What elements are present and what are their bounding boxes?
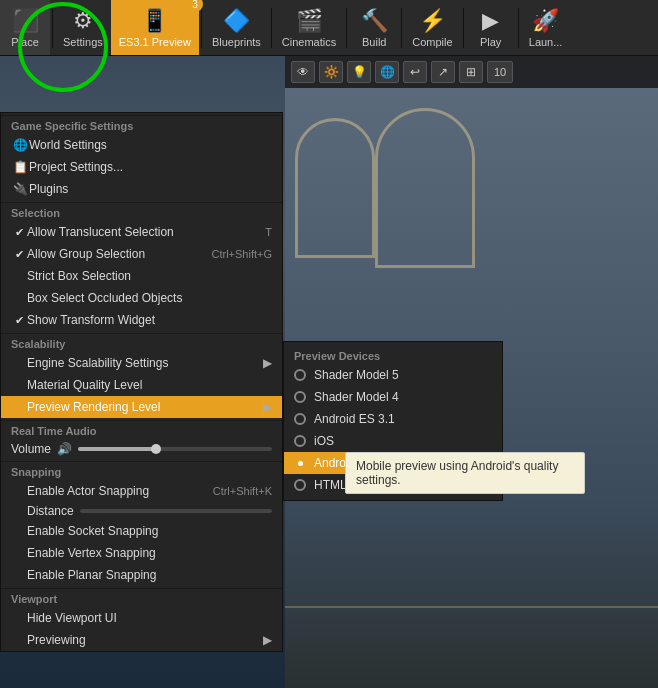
translucent-selection-check: ✔ <box>11 226 27 239</box>
menu-item-box-select-occluded[interactable]: Box Select Occluded Objects <box>1 287 282 309</box>
distance-label: Distance <box>27 504 74 518</box>
material-quality-label: Material Quality Level <box>27 378 272 392</box>
plugins-icon: 🔌 <box>11 182 29 196</box>
toolbar-btn-settings[interactable]: ⚙ Settings <box>55 0 111 55</box>
show-transform-check: ✔ <box>11 314 27 327</box>
planar-snapping-label: Enable Planar Snapping <box>27 568 272 582</box>
distance-row: Distance <box>1 502 282 520</box>
world-settings-icon: 🌐 <box>11 138 29 152</box>
radio-shader4 <box>294 391 306 403</box>
distance-slider[interactable] <box>80 509 272 513</box>
toolbar-separator-5 <box>401 8 402 48</box>
menu-item-planar-snapping[interactable]: Enable Planar Snapping <box>1 564 282 586</box>
project-settings-icon: 📋 <box>11 160 29 174</box>
previewing-arrow: ▶ <box>263 633 272 647</box>
hide-viewport-label: Hide Viewport UI <box>27 611 272 625</box>
build-icon: 🔨 <box>361 8 388 34</box>
main-area: 👁 🔆 💡 🌐 ↩ ↗ ⊞ 10 Game Specific Settings … <box>0 56 658 688</box>
volume-slider-fill <box>78 447 156 451</box>
menu-item-strict-box[interactable]: Strict Box Selection <box>1 265 282 287</box>
preview-devices-title: Preview Devices <box>284 346 502 364</box>
toolbar-btn-build[interactable]: 🔨 Build <box>349 0 399 55</box>
vp-btn-redo[interactable]: ↗ <box>431 61 455 83</box>
plugins-label: Plugins <box>29 182 272 196</box>
toolbar-label-place: Place <box>11 36 39 48</box>
play-icon: ▶ <box>482 8 499 34</box>
cinematics-icon: 🎬 <box>296 8 323 34</box>
project-settings-label: Project Settings... <box>29 160 272 174</box>
menu-item-actor-snapping[interactable]: Enable Actor Snapping Ctrl+Shift+K <box>1 480 282 502</box>
floor-line <box>285 606 658 608</box>
preview-rendering-label: Preview Rendering Level <box>27 400 263 414</box>
viewport-label: Viewport <box>1 588 282 607</box>
settings-dropdown: Game Specific Settings 🌐 World Settings … <box>0 112 283 652</box>
group-selection-label: Allow Group Selection <box>27 247 211 261</box>
scalability-label: Scalability <box>1 333 282 352</box>
engine-scalability-arrow: ▶ <box>263 356 272 370</box>
group-selection-shortcut: Ctrl+Shift+G <box>211 248 272 260</box>
menu-item-show-transform[interactable]: ✔ Show Transform Widget <box>1 309 282 331</box>
submenu-item-android-es31[interactable]: Android ES 3.1 <box>284 408 502 430</box>
toolbar-label-cinematics: Cinematics <box>282 36 336 48</box>
volume-label: Volume <box>11 442 51 456</box>
menu-item-hide-viewport-ui[interactable]: Hide Viewport UI <box>1 607 282 629</box>
vp-btn-perspective[interactable]: 👁 <box>291 61 315 83</box>
vp-btn-world[interactable]: 🌐 <box>375 61 399 83</box>
menu-item-vertex-snapping[interactable]: Enable Vertex Snapping <box>1 542 282 564</box>
toolbar-btn-launch[interactable]: 🚀 Laun... <box>521 0 571 55</box>
toolbar-btn-es31[interactable]: 📱 ES3.1 Preview 3 <box>111 0 199 55</box>
toolbar-btn-place[interactable]: ⬛ Place <box>0 0 50 55</box>
toolbar-btn-compile[interactable]: ⚡ Compile <box>404 0 460 55</box>
volume-slider[interactable] <box>78 447 272 451</box>
vp-btn-lit[interactable]: 🔆 <box>319 61 343 83</box>
menu-item-material-quality[interactable]: Material Quality Level <box>1 374 282 396</box>
shader4-label: Shader Model 4 <box>314 390 399 404</box>
vp-num-display[interactable]: 10 <box>487 61 513 83</box>
menu-item-socket-snapping[interactable]: Enable Socket Snapping <box>1 520 282 542</box>
radio-html5 <box>294 479 306 491</box>
toolbar-label-blueprints: Blueprints <box>212 36 261 48</box>
show-transform-label: Show Transform Widget <box>27 313 272 327</box>
submenu-item-shader5[interactable]: Shader Model 5 <box>284 364 502 386</box>
blueprints-icon: 🔷 <box>223 8 250 34</box>
main-toolbar: ⬛ Place ⚙ Settings 📱 ES3.1 Preview 3 🔷 B… <box>0 0 658 56</box>
toolbar-label-es31: ES3.1 Preview <box>119 36 191 48</box>
menu-item-preview-rendering[interactable]: Preview Rendering Level ▶ <box>1 396 282 418</box>
vp-btn-show[interactable]: 💡 <box>347 61 371 83</box>
toolbar-btn-blueprints[interactable]: 🔷 Blueprints <box>204 0 269 55</box>
compile-icon: ⚡ <box>419 8 446 34</box>
selection-label: Selection <box>1 202 282 221</box>
actor-snapping-shortcut: Ctrl+Shift+K <box>213 485 272 497</box>
volume-icon: 🔊 <box>57 442 72 456</box>
submenu-item-ios[interactable]: iOS <box>284 430 502 452</box>
toolbar-separator-7 <box>518 8 519 48</box>
tooltip-box: Mobile preview using Android's quality s… <box>345 452 585 494</box>
tooltip-text: Mobile preview using Android's quality s… <box>356 459 558 487</box>
vertex-snapping-label: Enable Vertex Snapping <box>27 546 272 560</box>
world-settings-label: World Settings <box>29 138 272 152</box>
menu-item-project-settings[interactable]: 📋 Project Settings... <box>1 156 282 178</box>
radio-shader5 <box>294 369 306 381</box>
game-specific-label: Game Specific Settings <box>1 115 282 134</box>
vp-btn-grid[interactable]: ⊞ <box>459 61 483 83</box>
vp-number: 10 <box>494 66 506 78</box>
menu-item-translucent-selection[interactable]: ✔ Allow Translucent Selection T <box>1 221 282 243</box>
translucent-selection-shortcut: T <box>265 226 272 238</box>
socket-snapping-label: Enable Socket Snapping <box>27 524 272 538</box>
radio-ios <box>294 435 306 447</box>
toolbar-separator-4 <box>346 8 347 48</box>
vp-btn-undo[interactable]: ↩ <box>403 61 427 83</box>
menu-item-group-selection[interactable]: ✔ Allow Group Selection Ctrl+Shift+G <box>1 243 282 265</box>
menu-item-world-settings[interactable]: 🌐 World Settings <box>1 134 282 156</box>
toolbar-label-play: Play <box>480 36 501 48</box>
toolbar-btn-play[interactable]: ▶ Play <box>466 0 516 55</box>
arch-decoration-left <box>295 118 375 258</box>
menu-item-previewing[interactable]: Previewing ▶ <box>1 629 282 651</box>
toolbar-separator-3 <box>271 8 272 48</box>
submenu-item-shader4[interactable]: Shader Model 4 <box>284 386 502 408</box>
menu-item-plugins[interactable]: 🔌 Plugins <box>1 178 282 200</box>
toolbar-label-build: Build <box>362 36 386 48</box>
toolbar-btn-cinematics[interactable]: 🎬 Cinematics <box>274 0 344 55</box>
launch-icon: 🚀 <box>532 8 559 34</box>
menu-item-engine-scalability[interactable]: Engine Scalability Settings ▶ <box>1 352 282 374</box>
